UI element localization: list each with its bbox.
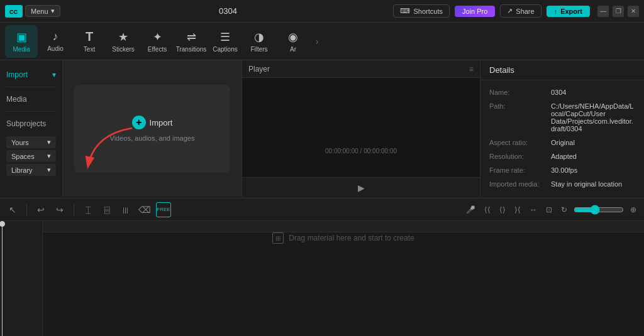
minimize-button[interactable]: — xyxy=(597,6,609,17)
trim-right-button[interactable]: ⟩⟨ xyxy=(512,204,523,215)
microphone-button[interactable]: 🎤 xyxy=(464,204,478,215)
library-label: Library xyxy=(11,166,33,174)
tool-effects-label: Effects xyxy=(148,46,167,53)
transitions-icon: ⇌ xyxy=(187,30,196,44)
detail-name-row: Name: 0304 xyxy=(480,85,644,99)
split-button-2[interactable]: ⌸ xyxy=(99,202,114,217)
tool-text-label: Text xyxy=(84,46,95,53)
tool-transitions[interactable]: ⇌ Transitions xyxy=(175,25,208,58)
audio-icon: ♪ xyxy=(53,30,58,43)
library-dropdown[interactable]: Library ▾ xyxy=(6,164,56,176)
yours-chevron-icon: ▾ xyxy=(47,138,51,146)
ar-icon: ◉ xyxy=(288,30,298,44)
trim-button[interactable]: ⟨⟩ xyxy=(497,204,508,215)
import-dropzone[interactable]: + Import Videos, audios, and images xyxy=(74,85,230,173)
select-tool-button[interactable]: ↖ xyxy=(5,202,20,217)
library-chevron-icon: ▾ xyxy=(47,166,51,174)
shortcuts-button[interactable]: ⌨ Shortcuts xyxy=(393,4,449,18)
detail-path-label: Path: xyxy=(489,102,546,133)
media-content-area: + Import Videos, audios, and images xyxy=(63,60,242,197)
fit-button[interactable]: ↔ xyxy=(527,204,540,215)
tool-captions-label: Captions xyxy=(213,46,237,53)
detail-resolution-label: Resolution: xyxy=(489,153,546,160)
player-header: Player ≡ xyxy=(242,60,480,78)
details-header: Details xyxy=(480,60,644,80)
zoom-slider[interactable] xyxy=(574,205,624,215)
import-button-label: Import xyxy=(150,118,173,127)
trim-left-button[interactable]: ⟨⟨ xyxy=(482,204,493,215)
restore-button[interactable]: ❐ xyxy=(613,6,624,17)
share-button[interactable]: ↗ Share xyxy=(500,4,541,18)
details-panel: Details Name: 0304 Path: C:/Users/NEHA/A… xyxy=(480,60,644,197)
detail-imported-label: Imported media: xyxy=(489,180,546,188)
tool-stickers[interactable]: ★ Stickers xyxy=(107,25,140,58)
import-subtitle: Videos, audios, and images xyxy=(110,134,195,142)
tool-ar[interactable]: ◉ Ar xyxy=(277,25,309,58)
zoom-in-button[interactable]: ⊕ xyxy=(628,204,639,215)
filters-icon: ◑ xyxy=(254,30,264,44)
media-section: Media xyxy=(0,90,62,109)
detail-resolution-value: Adapted xyxy=(551,153,635,160)
spaces-dropdown[interactable]: Spaces ▾ xyxy=(6,150,56,162)
player-menu-icon[interactable]: ≡ xyxy=(469,65,474,73)
captions-timeline-button[interactable]: ⊡ xyxy=(543,204,555,215)
close-button[interactable]: ✕ xyxy=(628,6,639,17)
svg-text:CC: CC xyxy=(9,9,18,15)
menu-arrow-icon: ▾ xyxy=(51,7,55,15)
subprojects-nav-item[interactable]: Subprojects xyxy=(6,117,56,131)
redo-button[interactable]: ↪ xyxy=(52,202,67,217)
project-title: 0304 xyxy=(68,6,389,16)
spaces-label: Spaces xyxy=(11,153,35,160)
import-button[interactable]: + Import xyxy=(132,116,173,129)
loop-button[interactable]: ↻ xyxy=(558,204,570,215)
undo-button[interactable]: ↩ xyxy=(33,202,48,217)
divider-1 xyxy=(6,87,56,87)
detail-name-value: 0304 xyxy=(551,89,635,96)
tool-filters[interactable]: ◑ Filters xyxy=(243,25,275,58)
timeline-section: ↖ ↩ ↪ ⌶ ⌸ ⫼ ⌫ FREE 🎤 ⟨⟨ ⟨⟩ ⟩⟨ ↔ ⊡ ↻ ⊕ xyxy=(0,198,644,336)
yours-dropdown[interactable]: Yours ▾ xyxy=(6,136,56,148)
detail-imported-value: Stay in original location xyxy=(551,180,635,188)
player-timestamp: 00:00:00:00 / 00:00:00:00 xyxy=(325,148,397,154)
media-nav-item[interactable]: Media xyxy=(6,92,56,106)
timeline-drop-zone: ⊞ Drag material here and start to create xyxy=(43,232,644,244)
shortcuts-label: Shortcuts xyxy=(413,8,442,15)
detail-framerate-value: 30.00fps xyxy=(551,166,635,174)
timeline-gutter xyxy=(0,221,43,336)
menu-label: Menu xyxy=(31,8,48,15)
delete-button[interactable]: ⌫ xyxy=(137,202,152,217)
tool-media-label: Media xyxy=(13,46,30,53)
free-button[interactable]: FREE xyxy=(156,202,171,217)
split-button-1[interactable]: ⌶ xyxy=(80,202,96,217)
tl-sep-1 xyxy=(26,203,27,216)
details-body: Name: 0304 Path: C:/Users/NEHA/AppData/L… xyxy=(480,80,644,197)
detail-framerate-row: Frame rate: 30.00fps xyxy=(480,163,644,177)
window-controls: — ❐ ✕ xyxy=(597,6,639,17)
detail-path-value: C:/Users/NEHA/AppData/Local/CapCut/User … xyxy=(551,102,635,133)
tool-media[interactable]: ▣ Media xyxy=(5,25,38,58)
export-label: Export xyxy=(560,8,582,15)
tool-audio[interactable]: ♪ Audio xyxy=(39,25,72,58)
drop-zone-icon: ⊞ xyxy=(272,232,284,244)
share-icon: ↗ xyxy=(507,7,513,15)
top-bar: CC Menu ▾ 0304 ⌨ Shortcuts Join Pro ↗ Sh… xyxy=(0,0,644,23)
join-pro-button[interactable]: Join Pro xyxy=(455,6,495,17)
import-nav-item[interactable]: Import ▾ xyxy=(6,68,56,82)
menu-button[interactable]: Menu ▾ xyxy=(25,5,60,17)
split-button-3[interactable]: ⫼ xyxy=(118,202,133,217)
text-icon: T xyxy=(86,30,93,44)
play-button[interactable]: ▶ xyxy=(358,183,365,193)
timeline-ruler xyxy=(43,221,644,232)
media-icon: ▣ xyxy=(16,30,27,44)
scrubber-head xyxy=(0,221,5,227)
export-button[interactable]: ↑ Export xyxy=(547,6,590,17)
tool-ar-label: Ar xyxy=(290,46,296,53)
import-section: Import ▾ xyxy=(0,65,62,84)
tool-captions[interactable]: ☰ Captions xyxy=(209,25,242,58)
topbar-right: ⌨ Shortcuts Join Pro ↗ Share ↑ Export — … xyxy=(393,4,639,18)
import-arrow-icon: ▾ xyxy=(52,70,56,79)
tool-effects[interactable]: ✦ Effects xyxy=(141,25,174,58)
tool-text[interactable]: T Text xyxy=(73,25,106,58)
export-icon: ↑ xyxy=(554,8,558,15)
toolbar-more-button[interactable]: › xyxy=(311,29,323,54)
